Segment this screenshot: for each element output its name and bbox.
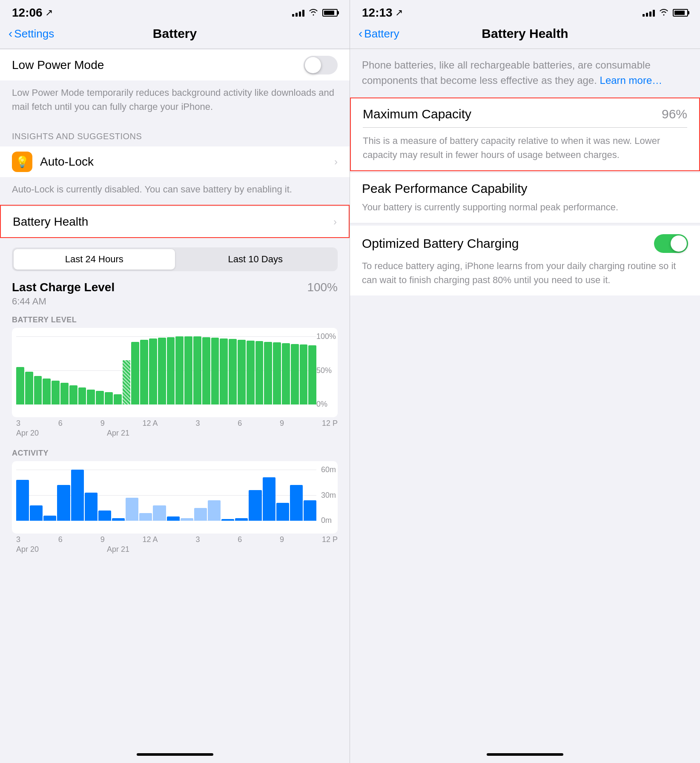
nav-bar-left: ‹ Settings Battery (0, 23, 350, 49)
auto-lock-description: Auto-Lock is currently disabled. You can… (0, 177, 350, 204)
page-title-left: Battery (153, 26, 197, 41)
battery-health-row[interactable]: Battery Health › (1, 207, 349, 237)
signal-left (292, 9, 304, 17)
wifi-icon-right (659, 8, 668, 18)
battery-icon-right (673, 9, 688, 17)
battery-health-section: Battery Health › (1, 207, 349, 237)
peak-section: Peak Performance Capability Your battery… (350, 173, 700, 223)
nav-bar-right: ‹ Battery Battery Health (350, 23, 700, 49)
activity-chart-section: ACTIVITY (0, 445, 350, 554)
signal-right (643, 9, 655, 17)
home-indicator-left (0, 746, 350, 763)
battery-level-chart-section: BATTERY LEVEL (0, 311, 350, 438)
location-icon-left: ↗ (45, 7, 53, 18)
auto-lock-section: 💡 Auto-Lock › (0, 146, 350, 177)
insights-header: INSIGHTS AND SUGGESTIONS (0, 121, 350, 146)
learn-more-link[interactable]: Learn more… (600, 75, 663, 86)
x-labels-battery: 3 6 9 12 A 3 6 9 12 P (12, 419, 338, 428)
status-icons-left (292, 8, 338, 18)
auto-lock-icon-wrapper: 💡 (12, 152, 32, 172)
back-button-left[interactable]: ‹ Settings (9, 27, 54, 40)
charge-level-section: Last Charge Level 6:44 AM 100% (0, 271, 350, 311)
location-icon-right: ↗ (395, 7, 403, 18)
intro-text: Phone batteries, like all rechargeable b… (350, 49, 700, 97)
auto-lock-chevron: › (334, 156, 338, 168)
seg-btn-10days[interactable]: Last 10 Days (175, 249, 336, 270)
left-panel: 12:06 ↗ ‹ Sett (0, 0, 350, 763)
home-indicator-right (350, 746, 700, 763)
optimized-section: Optimized Battery Charging To reduce bat… (350, 226, 700, 295)
page-title-right: Battery Health (482, 26, 568, 41)
capacity-section: Maximum Capacity 96% This is a measure o… (351, 98, 699, 170)
status-icons-right (643, 8, 688, 18)
optimized-toggle[interactable] (654, 234, 688, 253)
lock-icon: 💡 (15, 155, 29, 169)
low-power-toggle[interactable] (304, 56, 338, 75)
segmented-control: Last 24 Hours Last 10 Days (12, 247, 338, 271)
low-power-section: Low Power Mode (0, 50, 350, 80)
low-power-description: Low Power Mode temporarily reduces backg… (0, 80, 350, 121)
right-panel: 12:13 ↗ ‹ Batt (350, 0, 700, 763)
battery-icon-left (322, 9, 338, 17)
max-capacity-highlight: Maximum Capacity 96% This is a measure o… (350, 98, 700, 171)
time-left: 12:06 (12, 6, 43, 20)
activity-bars (16, 470, 316, 521)
seg-btn-24hours[interactable]: Last 24 Hours (14, 249, 175, 270)
separator-left (0, 49, 350, 49)
status-bar-right: 12:13 ↗ (350, 0, 700, 23)
time-right: 12:13 (362, 6, 393, 20)
auto-lock-row[interactable]: 💡 Auto-Lock › (0, 146, 350, 177)
back-button-right[interactable]: ‹ Battery (359, 27, 399, 40)
low-power-row: Low Power Mode (0, 50, 350, 80)
battery-health-chevron: › (333, 216, 337, 228)
wifi-icon-left (309, 8, 318, 18)
battery-chart-wrapper: 100% 50% 0% (12, 328, 338, 417)
activity-chart-wrapper: 60m 30m 0m (12, 461, 338, 534)
status-bar-left: 12:06 ↗ (0, 0, 350, 23)
battery-health-highlight: Battery Health › (0, 205, 350, 238)
battery-bars (16, 336, 316, 404)
x-labels-activity: 3 6 9 12 A 3 6 9 12 P (12, 535, 338, 544)
